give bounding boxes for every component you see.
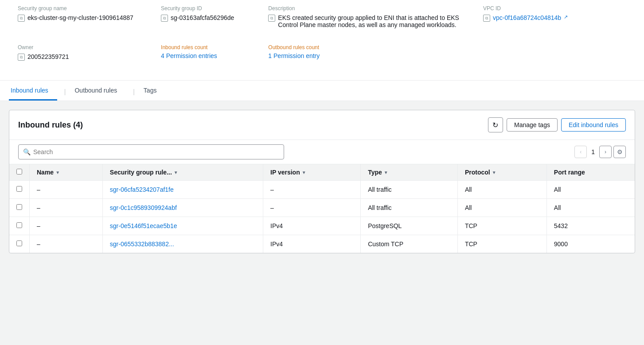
sg-name-label: Security group name [18,5,154,12]
row-sg-rule-0[interactable]: sgr-06cfa5234207af1fe [102,181,263,199]
col-name: Name ▼ [30,164,103,181]
description-value: ⧉ EKS created security group applied to … [268,14,476,28]
col-port-range-label: Port range [554,169,585,176]
row-checkbox-cell [9,217,30,235]
tab-tags-label: Tags [144,87,157,94]
outbound-count-cell: Outbound rules count 1 Permission entry [268,41,483,64]
search-pagination-row: 🔍 ‹ 1 › ⚙ [9,140,635,164]
row-type-3: Custom TCP [361,235,458,253]
copy-description-icon[interactable]: ⧉ [268,15,275,22]
col-ip-version: IP version ▼ [263,164,361,181]
sort-protocol-icon[interactable]: ▼ [492,170,496,175]
table-body: – sgr-06cfa5234207af1fe – All traffic Al… [9,181,635,253]
row-sg-rule-2[interactable]: sgr-0e5146f51ecae5b1e [102,217,263,235]
table-row: – sgr-0655332b883882... IPv4 Custom TCP … [9,235,635,253]
row-protocol-3: TCP [457,235,546,253]
copy-sg-name-icon[interactable]: ⧉ [18,15,25,22]
sg-name-cell: Security group name ⧉ eks-cluster-sg-my-… [18,2,161,32]
external-link-icon: ↗ [564,14,568,20]
col-protocol: Protocol ▼ [457,164,546,181]
column-settings-button[interactable]: ⚙ [613,146,626,158]
description-text: EKS created security group applied to EN… [278,14,476,28]
copy-sg-id-icon[interactable]: ⧉ [161,15,168,22]
tab-divider-1: | [64,82,66,101]
col-sg-rule-label: Security group rule... [110,169,172,176]
vpc-id-link[interactable]: vpc-0f16a68724c04814b [493,14,561,21]
next-page-button[interactable]: › [599,146,612,158]
card-header: Inbound rules (4) ↻ Manage tags Edit inb… [9,110,635,140]
inbound-rules-card: Inbound rules (4) ↻ Manage tags Edit inb… [9,110,635,253]
owner-cell: Owner ⧉ 200522359721 [18,41,161,64]
row-port-range-0: All [546,181,635,199]
card-actions: ↻ Manage tags Edit inbound rules [488,117,626,132]
inbound-rules-table-wrap: Name ▼ Security group rule... ▼ [9,164,635,253]
edit-inbound-rules-button[interactable]: Edit inbound rules [561,118,626,132]
row-checkbox-cell [9,199,30,217]
col-port-range: Port range [546,164,635,181]
row-checkbox-1[interactable] [16,204,22,210]
tab-inbound-rules[interactable]: Inbound rules [9,81,57,101]
pagination-controls: ‹ 1 › ⚙ [574,146,626,158]
row-checkbox-cell [9,235,30,253]
row-checkbox-cell [9,181,30,199]
main-content: Inbound rules (4) ↻ Manage tags Edit inb… [0,101,644,262]
vpc-id-cell: VPC ID ⧉ vpc-0f16a68724c04814b ↗ [483,2,626,32]
prev-page-button[interactable]: ‹ [574,146,587,158]
table-row: – sgr-0c1c9589309924abf – All traffic Al… [9,199,635,217]
row-checkbox-3[interactable] [16,240,22,246]
row-protocol-0: All [457,181,546,199]
col-type-label: Type [368,169,382,176]
inbound-count-label: Inbound rules count [161,44,261,50]
search-input[interactable] [33,148,279,155]
sg-name-value: ⧉ eks-cluster-sg-my-cluster-1909614887 [18,14,154,22]
copy-owner-icon[interactable]: ⧉ [18,54,25,61]
page-number: 1 [589,148,597,155]
col-ip-version-label: IP version [270,169,300,176]
sg-id-cell: Security group ID ⧉ sg-03163afcfa56296de [161,2,268,32]
tab-tags[interactable]: Tags [142,81,166,101]
search-wrap: 🔍 [18,144,284,159]
select-all-checkbox[interactable] [16,169,22,174]
sg-id-value: ⧉ sg-03163afcfa56296de [161,14,261,22]
sort-sg-rule-icon[interactable]: ▼ [174,170,178,175]
col-name-label: Name [37,169,54,176]
refresh-button[interactable]: ↻ [488,117,503,132]
manage-tags-button[interactable]: Manage tags [507,118,558,132]
sort-type-icon[interactable]: ▼ [384,170,388,175]
select-all-col [9,164,30,181]
card-title: Inbound rules (4) [18,120,83,130]
row-sg-rule-3[interactable]: sgr-0655332b883882... [102,235,263,253]
col-sg-rule: Security group rule... ▼ [102,164,263,181]
tab-divider-2: | [133,82,135,101]
table-header-row: Name ▼ Security group rule... ▼ [9,164,635,181]
inbound-count-value[interactable]: 4 Permission entries [161,52,261,59]
description-cell: Description ⧉ EKS created security group… [268,2,483,32]
refresh-icon: ↻ [492,121,498,129]
vpc-id-value: ⧉ vpc-0f16a68724c04814b ↗ [483,14,619,22]
inbound-rules-table: Name ▼ Security group rule... ▼ [9,164,635,253]
outbound-count-value[interactable]: 1 Permission entry [268,52,476,59]
vpc-id-label: VPC ID [483,5,619,12]
row-name-1: – [30,199,103,217]
description-label: Description [268,5,476,12]
inbound-count-cell: Inbound rules count 4 Permission entries [161,41,268,64]
sg-id-label: Security group ID [161,5,261,12]
sort-name-icon[interactable]: ▼ [55,170,60,175]
row-checkbox-0[interactable] [16,186,22,192]
inbound-rules-count: (4) [73,120,83,129]
row-port-range-2: 5432 [546,217,635,235]
row-port-range-1: All [546,199,635,217]
row-protocol-2: TCP [457,217,546,235]
row-type-2: PostgreSQL [361,217,458,235]
row-protocol-1: All [457,199,546,217]
sort-ip-version-icon[interactable]: ▼ [302,170,306,175]
row-checkbox-2[interactable] [16,222,22,228]
search-icon: 🔍 [23,148,31,155]
tabs-bar: Inbound rules | Outbound rules | Tags [0,81,644,101]
row-name-3: – [30,235,103,253]
tab-outbound-rules[interactable]: Outbound rules [73,81,126,101]
row-sg-rule-1[interactable]: sgr-0c1c9589309924abf [102,199,263,217]
owner-label: Owner [18,44,154,50]
copy-vpc-icon[interactable]: ⧉ [483,15,490,22]
sg-name-text: eks-cluster-sg-my-cluster-1909614887 [27,14,133,21]
